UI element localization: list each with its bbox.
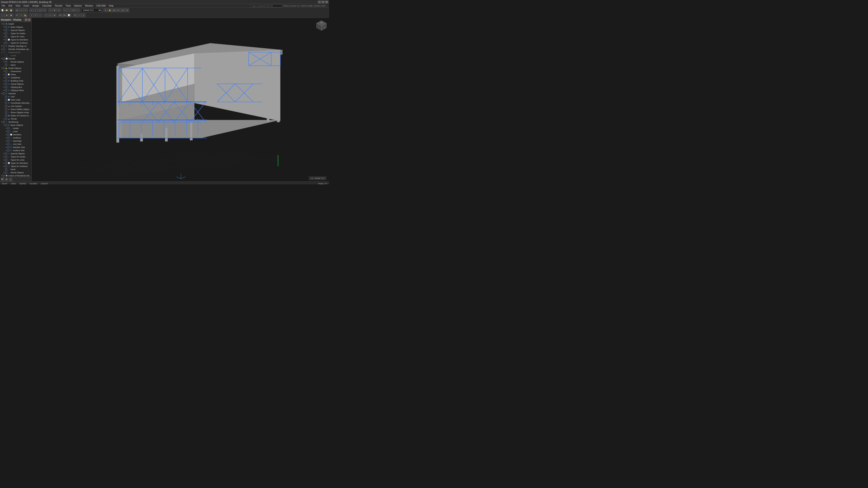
tree-check-member-sets-num[interactable] [7,146,9,149]
nav-close-button[interactable]: ✕ [28,19,31,21]
tree-check-types-lines[interactable] [5,35,7,38]
tb-open[interactable]: 📂 [5,8,9,12]
tree-check-model[interactable] [3,23,5,25]
tb2-filter[interactable]: ▼ [15,13,19,17]
tree-item-special-objects-num[interactable]: ▸ ⬡ Special Objects [0,152,31,155]
tb2-diagram[interactable]: 📊 [67,13,71,17]
tree-check-dimensions[interactable] [5,70,7,72]
tb2-section[interactable]: ⊘ [73,13,77,17]
tree-check-coord-info[interactable] [5,102,7,104]
tb-zoom-out[interactable]: - [67,8,71,12]
tree-item-basic-objects[interactable]: ▾ ⬛ Basic Objects [0,26,31,29]
tree-item-guide-objects[interactable]: ▾ 📐 Guide Objects [0,67,31,70]
tree-item-axis-system[interactable]: xyz Axis System [0,105,31,108]
tb2-wire[interactable]: ⬚ [0,13,4,17]
tree-check-guide-objects[interactable] [3,67,5,69]
tb-zoom-in[interactable]: + [63,8,67,12]
menu-tools[interactable]: Tools [65,4,71,7]
tb2-table[interactable]: ⊞ [53,13,57,17]
menu-view[interactable]: View [15,4,21,7]
tree-item-line-sets-num[interactable]: ▸ ═ Line Sets [0,142,31,146]
tree-check-mesh[interactable] [5,64,7,66]
tb-viewyz[interactable]: YZ [125,8,129,12]
tree-item-result-objects[interactable]: ▾ ○ Result Objects [0,60,31,64]
tb2-x[interactable]: X [29,13,33,17]
tb-line[interactable]: L [34,8,38,12]
tb-print[interactable]: 🖨 [15,8,19,12]
tree-item-nodes-num[interactable]: ▸ • Nodes [0,127,31,130]
tree-item-types-members[interactable]: ▾ ⬜ Types for Members [0,38,31,41]
tree-check-types-members-num[interactable] [5,162,7,164]
search-input[interactable] [250,4,282,7]
tb2-result2[interactable]: R2 [63,13,67,17]
status-snap[interactable]: SNAP [2,183,7,185]
tree-item-openings-num[interactable]: ▸ ⬡ Openings [0,139,31,142]
tree-item-numbering[interactable]: ▾ # Numbering [0,121,31,124]
menu-options[interactable]: Options [73,4,82,7]
menu-help[interactable]: Help [108,4,114,7]
tree-item-clipping-box[interactable]: ▸ ⬚ Clipping Box [0,86,31,89]
tree-item-model[interactable]: ▾ 🏗 Model [0,22,31,26]
tree-check-surfaces-num[interactable] [7,137,9,139]
tree-check-nodes-num[interactable] [7,127,9,129]
tree-item-mesh[interactable]: ⋮ Mesh [0,64,31,67]
tree-check-view-cube[interactable] [5,99,7,101]
status-bgrid[interactable]: BGRID [20,183,26,185]
tree-item-member-sets-num[interactable]: ▸ ⊞ Member Sets [0,146,31,149]
tree-item-types-surfaces-num[interactable]: ▸ ◻ Types for Surfaces [0,165,31,168]
tree-item-loads[interactable]: ↓ Loads [0,54,31,57]
tb2-result1[interactable]: R1 [58,13,62,17]
tree-item-camera-fly[interactable]: 📷 Status of Camera Fly Mode [0,114,31,117]
tree-check-special-objects[interactable] [5,29,7,31]
menu-assign[interactable]: Assign [32,4,40,7]
viewport[interactable]: TOP L R CS: Global XYZ [32,18,329,182]
tree-item-show-hidden[interactable]: 👁 Show Hidden Objects in Backgro... [0,108,31,111]
nav-eye-button[interactable]: 👁 [5,178,8,181]
tree-item-display-topology[interactable]: ▸ ⊞ Display Topology on [0,44,31,48]
tree-check-clipping-plane[interactable] [5,89,7,92]
tree-check-mesh-num[interactable] [5,168,7,170]
tb-select[interactable]: ↖ [48,8,52,12]
tree-item-members-num[interactable]: ▸ ⬜ Members [0,133,31,136]
tree-check-visual-objects[interactable] [5,83,7,85]
tree-check-colors-rendered[interactable] [3,175,5,177]
nav-search-button[interactable]: 🔍 [1,178,4,181]
tree-item-clipping-plane[interactable]: ▸ ⊘ Clipping Plane [0,89,31,92]
tree-check-notes[interactable] [5,73,7,76]
tree-item-dimensions[interactable]: ▾ ↔ Dimensions [0,70,31,73]
tree-item-grid[interactable]: ⊞ Grid [0,95,31,98]
close-button[interactable]: ✕ [325,1,328,3]
tree-check-axis-system[interactable] [5,105,7,107]
tree-check-special-objects-num[interactable] [5,153,7,155]
tb-view3d[interactable]: 3D [112,8,116,12]
tb2-z[interactable]: Z [38,13,42,17]
tb-save[interactable]: 💾 [9,8,13,12]
tree-check-numbering[interactable] [3,121,5,123]
coord-system-select[interactable]: Global XYZ [81,8,102,12]
tb-member[interactable]: M [38,8,42,12]
tree-item-view-cube[interactable]: ⬜ View Cube [0,98,31,101]
tb-move[interactable]: ✥ [53,8,57,12]
tree-item-lines-num[interactable]: ▸ ─ Lines [0,130,31,133]
tb2-render[interactable]: ■ [5,13,9,17]
tree-check-grid[interactable] [5,96,7,98]
tree-item-colors-rendered[interactable]: ▾ 🎨 Colors of Rendered Objects by [0,174,31,177]
tree-check-results-boolean[interactable] [3,48,5,51]
menu-edit[interactable]: Edit [8,4,13,7]
tree-item-mesh-num[interactable]: ⋮ Mesh [0,168,31,171]
tree-check-general[interactable] [3,92,5,95]
tree-item-types-nodes-num[interactable]: ▸ • Types for Nodes [0,155,31,158]
tree-check-basic-objects[interactable] [5,26,7,28]
tree-check-lines-num[interactable] [7,130,9,133]
tree-check-line-sets-num[interactable] [7,143,9,145]
minimize-button[interactable]: ─ [318,1,321,3]
status-osnap[interactable]: OSNAP [41,183,48,185]
status-glines[interactable]: GLINES [30,183,37,185]
tree-item-terrain[interactable]: ▸ ⛰ Terrain [0,117,31,121]
tree-check-types-nodes[interactable] [5,32,7,35]
tb2-union[interactable]: ∪ [81,13,86,17]
tb2-measure[interactable]: 📐 [24,13,28,17]
menu-results[interactable]: Results [54,4,63,7]
tree-check-openings-num[interactable] [7,140,9,142]
tree-check-surface-sets-num[interactable] [7,149,9,152]
